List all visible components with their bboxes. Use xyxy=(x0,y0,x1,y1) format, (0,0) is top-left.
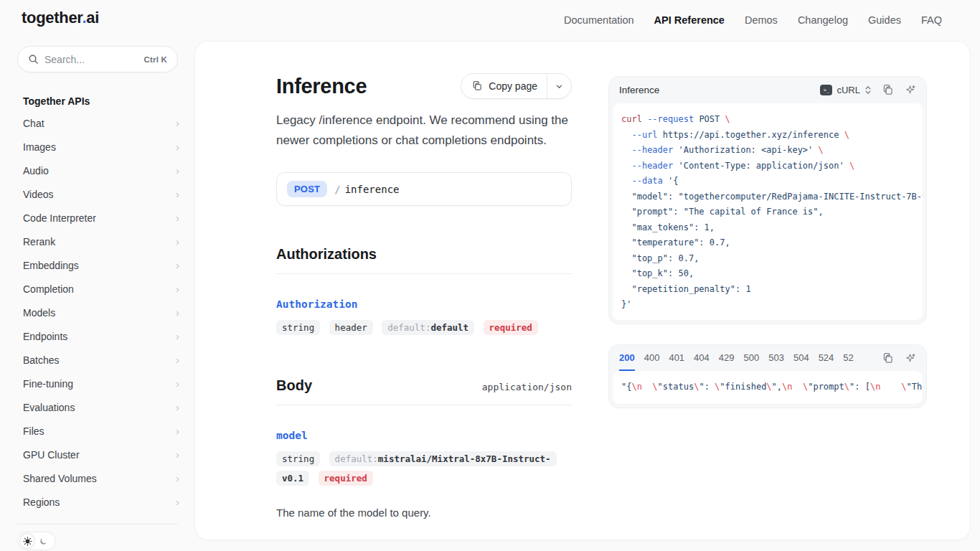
sidebar-item-models[interactable]: Models› xyxy=(0,301,195,324)
copy-page-button[interactable]: Copy page xyxy=(461,74,547,98)
chevron-right-icon: › xyxy=(176,189,179,199)
nav-item-documentation[interactable]: Documentation xyxy=(564,14,634,26)
response-body: "{\n \"status\": \"finished\",\n \"promp… xyxy=(613,371,923,404)
sidebar-item-label: Code Interpreter xyxy=(23,212,96,224)
copy-page-dropdown-toggle[interactable] xyxy=(547,74,571,98)
http-method-badge: POST xyxy=(287,181,327,197)
sidebar-item-embeddings[interactable]: Embeddings› xyxy=(0,253,195,277)
status-tab-404[interactable]: 404 xyxy=(694,352,710,371)
response-status-tabs: 200 400 401 404 429 500 503 504 524 52 xyxy=(609,345,926,371)
default-value: default xyxy=(430,322,468,333)
sidebar-item-label: GPU Cluster xyxy=(23,449,80,461)
request-panel-actions: >_ cURL xyxy=(820,84,916,96)
light-mode-button[interactable] xyxy=(20,534,34,548)
chevron-right-icon: › xyxy=(176,165,179,176)
chevron-right-icon: › xyxy=(176,402,179,413)
authorization-field-name: Authorization xyxy=(276,298,572,310)
sidebar-item-evaluations[interactable]: Evaluations› xyxy=(0,395,195,419)
endpoint-path-text: inference xyxy=(345,184,400,195)
authorization-badges: string header default:default required xyxy=(276,318,572,337)
sidebar-divider xyxy=(17,524,178,524)
page-description: Legacy /inference endpoint. We recommend… xyxy=(276,110,572,151)
copy-icon xyxy=(882,84,894,96)
sidebar-item-rerank[interactable]: Rerank› xyxy=(0,230,195,253)
chevron-down-icon xyxy=(555,83,563,90)
status-tab-429[interactable]: 429 xyxy=(719,352,735,371)
sidebar-item-label: Files xyxy=(23,425,44,437)
sidebar-item-regions[interactable]: Regions› xyxy=(0,490,195,514)
sidebar: Ctrl K Together APIs Chat› Images› Audio… xyxy=(0,40,195,550)
sidebar-item-batches[interactable]: Batches› xyxy=(0,348,195,372)
request-code-block: curl --request POST \ --url https://api.… xyxy=(613,103,923,320)
sidebar-item-label: Rerank xyxy=(23,236,55,248)
endpoint-box: POST /inference xyxy=(276,172,572,206)
sidebar-item-fine-tuning[interactable]: Fine-tuning› xyxy=(0,372,195,395)
sidebar-item-label: Regions xyxy=(23,496,60,508)
brand-logo[interactable]: together.ai xyxy=(22,9,99,27)
default-label: default: xyxy=(335,453,378,464)
response-panel-actions xyxy=(882,352,916,371)
nav-item-demos[interactable]: Demos xyxy=(745,14,778,26)
status-tab-529[interactable]: 52 xyxy=(843,352,853,371)
ai-assist-button[interactable] xyxy=(904,84,916,96)
sun-icon xyxy=(23,537,32,546)
request-panel: Inference >_ cURL curl --request POST \ xyxy=(608,76,927,324)
search-input[interactable] xyxy=(44,54,143,65)
default-label: default: xyxy=(387,322,430,333)
sidebar-item-shared-volumes[interactable]: Shared Volumes› xyxy=(0,466,195,490)
chevron-right-icon: › xyxy=(176,496,179,507)
model-badges: string default:mistralai/Mixtral-8x7B-In… xyxy=(276,449,572,488)
title-row: Inference Copy page xyxy=(276,73,572,99)
sidebar-item-completion[interactable]: Completion› xyxy=(0,277,195,301)
status-tab-401[interactable]: 401 xyxy=(669,352,684,371)
sidebar-item-files[interactable]: Files› xyxy=(0,419,195,443)
sidebar-item-gpu-cluster[interactable]: GPU Cluster› xyxy=(0,443,195,466)
status-tab-200[interactable]: 200 xyxy=(619,352,635,371)
status-tab-503[interactable]: 503 xyxy=(768,352,784,371)
copy-code-button[interactable] xyxy=(882,84,894,96)
copy-response-button[interactable] xyxy=(882,352,894,364)
status-tab-400[interactable]: 400 xyxy=(644,352,660,371)
nav-item-faq[interactable]: FAQ xyxy=(921,14,942,26)
search-box[interactable]: Ctrl K xyxy=(17,46,178,72)
chevron-right-icon: › xyxy=(176,425,179,436)
sidebar-item-endpoints[interactable]: Endpoints› xyxy=(0,324,195,348)
chevron-right-icon: › xyxy=(176,449,179,460)
sidebar-item-label: Chat xyxy=(23,118,44,129)
sidebar-item-chat[interactable]: Chat› xyxy=(0,111,195,135)
chevron-right-icon: › xyxy=(176,260,179,270)
nav-item-changelog[interactable]: Changelog xyxy=(798,14,848,26)
status-tab-500[interactable]: 500 xyxy=(744,352,760,371)
status-tab-524[interactable]: 524 xyxy=(819,352,834,371)
sidebar-item-audio[interactable]: Audio› xyxy=(0,159,195,182)
copy-page-split-button: Copy page xyxy=(461,73,572,99)
request-panel-header: Inference >_ cURL xyxy=(609,77,926,103)
sparkle-icon xyxy=(904,352,916,364)
status-tab-504[interactable]: 504 xyxy=(793,352,809,371)
moon-icon xyxy=(39,537,48,546)
sidebar-item-label: Videos xyxy=(23,189,54,200)
body-heading-row: Body application/json xyxy=(276,377,572,405)
top-header: together.ai Documentation API Reference … xyxy=(0,0,980,40)
chevron-right-icon: › xyxy=(176,354,179,365)
ai-assist-button[interactable] xyxy=(904,352,916,364)
sidebar-item-videos[interactable]: Videos› xyxy=(0,182,195,206)
nav-item-api-reference[interactable]: API Reference xyxy=(654,14,725,26)
default-badge: default:default xyxy=(382,320,474,335)
sidebar-item-code-interpreter[interactable]: Code Interpreter› xyxy=(0,206,195,230)
language-select[interactable]: >_ cURL xyxy=(820,85,872,95)
nav-item-guides[interactable]: Guides xyxy=(868,14,901,26)
theme-toggle[interactable] xyxy=(17,532,56,550)
request-panel-title: Inference xyxy=(619,85,659,95)
type-badge: string xyxy=(276,451,320,466)
brand-secondary: ai xyxy=(86,9,99,27)
dark-mode-button[interactable] xyxy=(36,534,50,548)
select-chevrons-icon xyxy=(864,85,872,95)
type-badge: string xyxy=(276,320,320,335)
sidebar-item-images[interactable]: Images› xyxy=(0,135,195,159)
response-panel: 200 400 401 404 429 500 503 504 524 52 xyxy=(608,344,927,408)
sidebar-item-label: Batches xyxy=(23,354,60,366)
model-field-name: model xyxy=(276,430,572,441)
search-shortcut-label: Ctrl K xyxy=(143,55,167,64)
sidebar-section-title: Together APIs xyxy=(23,95,195,107)
